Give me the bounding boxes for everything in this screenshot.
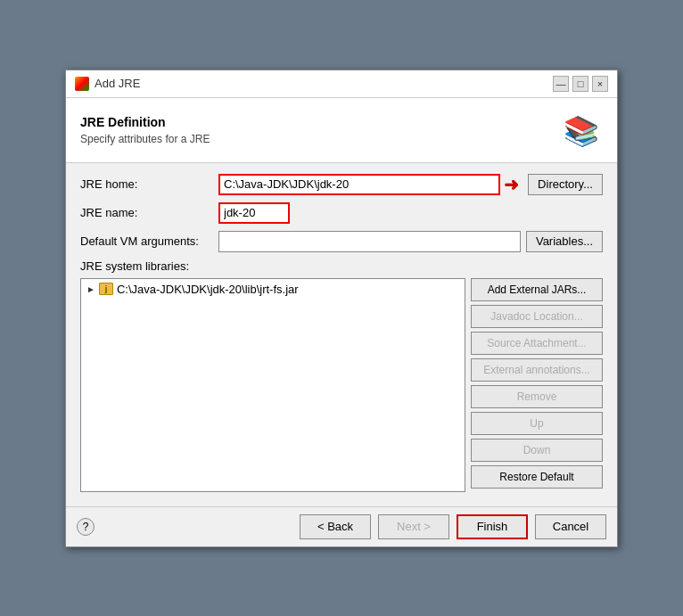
jar-icon: j: [99, 283, 113, 295]
jre-name-label: JRE name:: [80, 206, 218, 219]
maximize-button[interactable]: □: [572, 76, 588, 92]
jre-name-input-rest: [290, 202, 603, 224]
header-icon-area: [560, 109, 603, 152]
footer-left: ?: [77, 518, 98, 536]
variables-button[interactable]: Variables...: [526, 231, 603, 252]
dialog-window: Add JRE — □ × JRE Definition Specify att…: [65, 70, 618, 547]
help-button[interactable]: ?: [77, 518, 95, 536]
book-icon: [564, 114, 599, 146]
vm-args-label: Default VM arguments:: [80, 234, 218, 248]
back-button[interactable]: < Back: [300, 514, 371, 539]
next-button[interactable]: Next >: [378, 514, 449, 539]
vm-args-row: Default VM arguments: Variables...: [80, 231, 603, 252]
source-attachment-button[interactable]: Source Attachment...: [471, 332, 603, 355]
side-buttons: Add External JARs... Javadoc Location...…: [471, 278, 603, 492]
jre-home-label: JRE home:: [80, 177, 218, 191]
external-annotations-button[interactable]: External annotations...: [471, 358, 603, 382]
expand-arrow-icon: ►: [86, 284, 95, 294]
vm-args-input[interactable]: [218, 231, 521, 252]
cancel-button[interactable]: Cancel: [535, 514, 606, 539]
add-external-jars-button[interactable]: Add External JARs...: [471, 278, 603, 301]
libraries-container: ► j C:\Java-JDK\JDK\jdk-20\lib\jrt-fs.ja…: [80, 278, 603, 492]
up-button[interactable]: Up: [471, 412, 603, 435]
header-subtitle: Specify attributes for a JRE: [80, 133, 210, 145]
jre-home-row: JRE home: ➜ Directory...: [80, 174, 603, 195]
title-bar-controls: — □ ×: [553, 76, 608, 92]
title-bar: Add JRE — □ ×: [66, 70, 617, 98]
title-bar-left: Add JRE: [75, 77, 140, 91]
remove-button[interactable]: Remove: [471, 385, 603, 408]
down-button[interactable]: Down: [471, 439, 603, 462]
list-item[interactable]: ► j C:\Java-JDK\JDK\jdk-20\lib\jrt-fs.ja…: [81, 279, 465, 300]
restore-default-button[interactable]: Restore Default: [471, 465, 603, 489]
close-button[interactable]: ×: [592, 76, 608, 92]
jre-home-input[interactable]: [218, 174, 500, 195]
finish-button[interactable]: Finish: [457, 514, 528, 539]
header-title: JRE Definition: [80, 115, 210, 129]
jre-name-input[interactable]: [218, 202, 290, 224]
header-section: JRE Definition Specify attributes for a …: [66, 98, 617, 163]
libraries-list: ► j C:\Java-JDK\JDK\jdk-20\lib\jrt-fs.ja…: [80, 278, 465, 492]
jre-name-row: JRE name:: [80, 202, 603, 224]
footer: ? < Back Next > Finish Cancel: [66, 506, 617, 546]
library-path: C:\Java-JDK\JDK\jdk-20\lib\jrt-fs.jar: [117, 283, 299, 296]
minimize-button[interactable]: —: [553, 76, 569, 92]
footer-buttons: < Back Next > Finish Cancel: [300, 514, 606, 539]
form-content: JRE home: ➜ Directory... JRE name: Defau…: [66, 163, 617, 506]
header-text: JRE Definition Specify attributes for a …: [80, 115, 210, 145]
dialog-icon: [75, 77, 89, 91]
red-arrow-icon: ➜: [504, 174, 519, 195]
dialog-title: Add JRE: [95, 77, 140, 90]
system-libs-label: JRE system libraries:: [80, 259, 603, 273]
javadoc-location-button[interactable]: Javadoc Location...: [471, 305, 603, 328]
directory-button[interactable]: Directory...: [528, 174, 603, 195]
